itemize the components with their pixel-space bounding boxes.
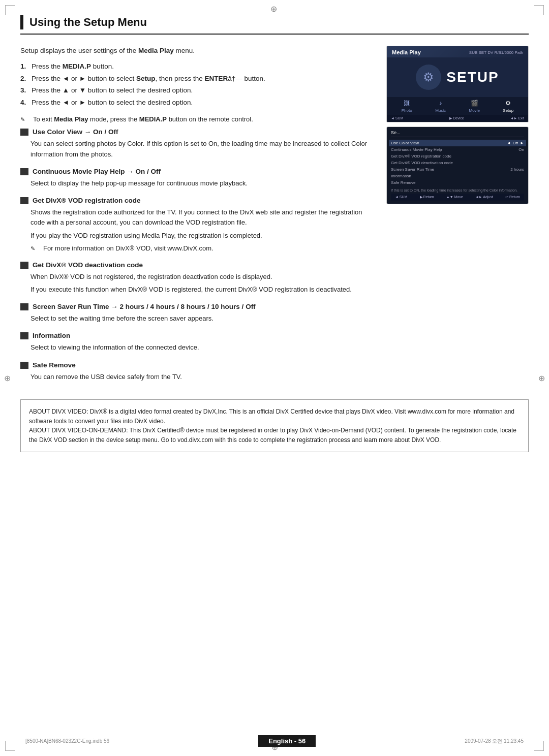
section-continuous-movie: Continuous Movie Play Help → On / Off Se… [20,167,371,188]
setup-gear-icon: ⚙ [416,65,441,90]
section-bullet-icon [20,303,28,310]
mp-nav-bar: 🖼 Photo ♪ Music 🎬 Movie ⚙ [387,97,528,115]
setup-return-btn: ▶ Return [420,195,434,199]
setup-row-divx-deact: Get DivX® VOD deactivation code [391,160,524,166]
divx-notice-box: ABOUT DIVX VIDEO: DivX® is a digital vid… [20,399,529,452]
note-icon: ✎ [20,115,30,124]
section-safe-remove: Safe Remove You can remove the USB devic… [20,360,371,382]
mp-header: Media Play SUB SET DV R/B1/6000 Path [387,46,528,57]
mp-nav-setup-label: Setup [503,108,513,113]
mp-subtitle: SUB SET DV R/B1/6000 Path [469,50,523,55]
text-content: Setup displays the user settings of the … [20,46,371,389]
mp-nav-photo-label: Photo [402,108,412,113]
setup-icon: ⚙ [503,99,513,107]
divx-notice-line2: ABOUT DIVX VIDEO-ON-DEMAND: This DivX Ce… [29,426,520,445]
mp-nav-movie-label: Movie [469,108,480,113]
movie-icon: 🎬 [469,99,479,107]
mp-content: ⚙ SETUP [387,57,528,97]
photo-icon: 🖼 [402,99,412,107]
mp-nav-setup: ⚙ Setup [503,99,513,113]
mp-title-label: Media Play [392,49,421,55]
section-bullet-icon [20,332,28,339]
footer-date: 2009-07-28 오전 11:23:45 [465,738,524,745]
section-bullet-icon [20,262,28,269]
section-use-color-view: Use Color View → On / Off You can select… [20,127,371,160]
section-screen-saver: Screen Saver Run Time → 2 hours / 4 hour… [20,302,371,324]
step-2: 2. Press the ◄ or ► button to select Set… [20,73,371,84]
step-1: 1. Press the MEDIA.P button. [20,61,371,72]
step-4: 4. Press the ◄ or ► button to select the… [20,97,371,108]
mp-nav-music-label: Music [435,108,446,113]
setup-move-btn: ▲▼ Move [446,195,463,199]
setup-row-safe-remove: Safe Remove [391,179,524,186]
mp-sum-btn: ◄ SUM [391,116,403,120]
mp-bottom-bar: ◄ SUM ▶ Device ◄► Exit [387,115,528,122]
corner-mark-tr [534,5,544,15]
crosshair-top-icon [270,4,279,12]
screenshot-media-play: Media Play SUB SET DV R/B1/6000 Path ⚙ S… [386,46,529,122]
section-divx-reg: Get DivX® VOD registration code Shows th… [20,196,371,253]
numbered-steps: 1. Press the MEDIA.P button. 2. Press th… [20,61,371,108]
note-icon: ✎ [30,244,41,253]
setup-menu-title: Se... [391,130,524,137]
section-bullet-icon [20,168,28,175]
main-layout: Setup displays the user settings of the … [20,46,529,389]
page-footer: [8500-NA]BN68-02322C-Eng.indb 56 English… [0,735,549,747]
section-information: Information Select to viewing the inform… [20,331,371,353]
setup-sum-btn: ◄ SUM [395,195,407,199]
setup-row-screen-saver: Screen Saver Run Time 2 hours [391,166,524,173]
setup-label: SETUP [446,69,499,85]
setup-bottom-bar: ◄ SUM ▶ Return ▲▼ Move ◄► Adjust ↩ Retur… [391,194,524,201]
mp-nav-photo: 🖼 Photo [402,99,412,113]
crosshair-right-icon [538,373,545,383]
corner-mark-tl [5,5,15,15]
screenshots-column: Media Play SUB SET DV R/B1/6000 Path ⚙ S… [386,46,529,389]
page-title: Using the Setup Menu [29,16,147,29]
page-title-container: Using the Setup Menu [20,15,529,35]
section-divx-deact: Get DivX® VOD deactivation code When Div… [20,260,371,295]
exit-note: ✎ To exit Media Play mode, press the MED… [20,114,371,124]
section-bullet-icon [20,129,28,136]
mp-nav-music: ♪ Music [435,99,446,113]
setup-row-information: Information [391,173,524,179]
section-bullet-icon [20,197,28,204]
setup-menu-container: Se... Use Color View ◄ Off ► Continuous … [387,127,528,204]
setup-row-color-view: Use Color View ◄ Off ► [389,140,526,146]
setup-menu-note: If this is set to ON, the loading time i… [391,188,524,193]
screenshot-setup-menu: Se... Use Color View ◄ Off ► Continuous … [386,127,529,204]
setup-back-btn: ↩ Return [505,195,520,199]
step-3: 3. Press the ▲ or ▼ button to select the… [20,85,371,96]
title-bar-decoration [20,15,23,29]
intro-paragraph: Setup displays the user settings of the … [20,46,371,56]
mp-exit-btn: ◄► Exit [510,116,524,120]
footer-file-label: [8500-NA]BN68-02322C-Eng.indb 56 [25,738,109,744]
divx-notice-line1: ABOUT DIVX VIDEO: DivX® is a digital vid… [29,407,520,426]
footer-page-number: English - 56 [258,735,316,747]
section-bullet-icon [20,362,28,369]
setup-row-continuous-movie: Continuous Movie Play Help On [391,146,524,153]
crosshair-left-icon [4,373,11,383]
divx-note: ✎ For more information on DivX® VOD, vis… [30,243,371,254]
setup-adjust-btn: ◄► Adjust [475,195,493,199]
media-play-ui: Media Play SUB SET DV R/B1/6000 Path ⚙ S… [387,46,528,122]
mp-device-btn: ▶ Device [449,116,464,120]
mp-nav-movie: 🎬 Movie [469,99,480,113]
music-icon: ♪ [436,99,446,107]
setup-row-divx-reg: Get DivX® VOD registration code [391,153,524,160]
